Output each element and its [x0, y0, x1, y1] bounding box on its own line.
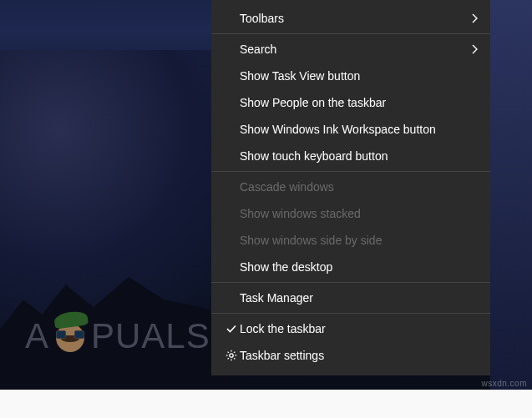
- menu-label: Cascade windows: [223, 180, 479, 194]
- menu-label: Show windows stacked: [223, 207, 479, 220]
- menu-item-taskbar-settings[interactable]: Taskbar settings: [211, 342, 490, 369]
- logo-text-prefix: A: [25, 316, 49, 356]
- menu-label: Toolbars: [223, 12, 465, 25]
- menu-item-show-touch-kb[interactable]: Show touch keyboard button: [211, 143, 490, 169]
- svg-line-6: [234, 358, 235, 359]
- menu-item-task-manager[interactable]: Task Manager: [211, 285, 490, 311]
- site-logo: A PUALS: [25, 316, 210, 356]
- menu-label: Show People on the taskbar: [223, 96, 479, 109]
- gear-icon: [223, 350, 240, 361]
- menu-label: Show touch keyboard button: [223, 149, 479, 163]
- menu-item-toolbars[interactable]: Toolbars: [211, 5, 490, 32]
- menu-section-windows: Cascade windows Show windows stacked Sho…: [211, 174, 490, 283]
- logo-avatar: [51, 317, 89, 355]
- menu-item-show-people[interactable]: Show People on the taskbar: [211, 89, 490, 116]
- menu-section-view: Search Show Task View button Show People…: [211, 36, 490, 172]
- menu-item-side-by-side: Show windows side by side: [211, 227, 490, 254]
- menu-label: Show Windows Ink Workspace button: [223, 123, 479, 136]
- menu-label: Lock the taskbar: [240, 322, 479, 335]
- svg-line-8: [234, 352, 235, 353]
- menu-label: Show the desktop: [223, 260, 479, 274]
- menu-item-show-desktop[interactable]: Show the desktop: [211, 254, 490, 280]
- menu-section-settings: Lock the taskbar: [211, 315, 490, 369]
- chevron-right-icon: [465, 44, 479, 54]
- svg-line-7: [228, 358, 229, 359]
- menu-label: Task Manager: [223, 291, 479, 305]
- menu-label: Search: [223, 43, 465, 56]
- menu-section-taskmgr: Task Manager: [211, 285, 490, 314]
- menu-item-show-task-view[interactable]: Show Task View button: [211, 63, 490, 89]
- menu-item-show-ink[interactable]: Show Windows Ink Workspace button: [211, 116, 490, 143]
- menu-item-search[interactable]: Search: [211, 36, 490, 63]
- menu-label: Show Task View button: [223, 69, 479, 83]
- chevron-right-icon: [465, 13, 479, 23]
- menu-item-stacked: Show windows stacked: [211, 200, 490, 227]
- menu-section-toolbars: Toolbars: [211, 5, 490, 34]
- bottom-bar: [0, 390, 532, 418]
- watermark: wsxdn.com: [481, 379, 527, 388]
- svg-point-0: [230, 354, 233, 357]
- menu-item-cascade: Cascade windows: [211, 174, 490, 200]
- menu-item-lock-taskbar[interactable]: Lock the taskbar: [211, 315, 490, 342]
- menu-label: Taskbar settings: [240, 349, 479, 362]
- taskbar-context-menu: Toolbars Search Show Task View button Sh…: [211, 0, 490, 375]
- check-icon: [223, 323, 240, 335]
- menu-label: Show windows side by side: [223, 234, 479, 247]
- logo-text-suffix: PUALS: [91, 316, 210, 356]
- svg-line-5: [228, 352, 229, 353]
